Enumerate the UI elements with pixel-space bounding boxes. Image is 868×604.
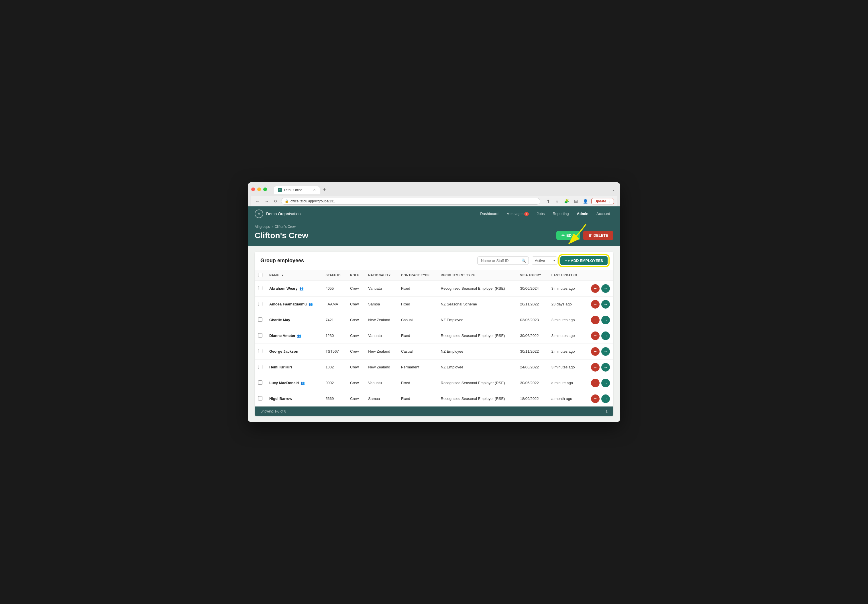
- employees-controls: 🔍 Active Inactive All + + ADD EMPLOYEES: [477, 256, 608, 265]
- row-role: Crew: [347, 281, 365, 296]
- group-icon: 👥: [301, 381, 305, 385]
- view-employee-button[interactable]: →: [601, 332, 610, 340]
- row-staff-id: FAAMA: [322, 296, 347, 312]
- row-last-updated: 23 days ago: [548, 296, 585, 312]
- minimize-btn[interactable]: [257, 187, 261, 191]
- page-number: 1: [606, 409, 608, 413]
- row-checkbox-cell: [255, 359, 266, 375]
- close-btn[interactable]: [251, 187, 255, 191]
- employee-name: Abraham Weary 👥: [269, 286, 319, 290]
- refresh-button[interactable]: ↺: [273, 198, 279, 204]
- window-minimize-icon[interactable]: —: [601, 187, 608, 192]
- row-visa-expiry: 24/06/2022: [517, 359, 548, 375]
- breadcrumb-parent[interactable]: All groups: [255, 225, 270, 229]
- page-title: Clifton's Crew: [255, 231, 308, 240]
- row-action-btns: − →: [588, 316, 610, 324]
- forward-button[interactable]: →: [263, 198, 270, 204]
- select-all-checkbox[interactable]: [258, 273, 262, 277]
- remove-employee-button[interactable]: −: [591, 332, 600, 340]
- table-row: Lucy MacDonald 👥 0002 Crew Vanuatu Fixed…: [255, 375, 613, 391]
- col-staff-id: STAFF ID: [322, 270, 347, 281]
- view-employee-button[interactable]: →: [601, 379, 610, 387]
- row-contract-type: Fixed: [398, 375, 437, 391]
- nav-account[interactable]: Account: [593, 210, 613, 218]
- add-employees-button[interactable]: + + ADD EMPLOYEES: [560, 256, 608, 265]
- remove-employee-button[interactable]: −: [591, 363, 600, 372]
- col-recruitment-type: RECRUITMENT TYPE: [437, 270, 517, 281]
- row-checkbox-4[interactable]: [258, 349, 262, 353]
- maximize-btn[interactable]: [263, 187, 267, 191]
- view-employee-button[interactable]: →: [601, 347, 610, 356]
- view-employee-button[interactable]: →: [601, 394, 610, 403]
- row-nationality: Vanuatu: [365, 281, 398, 296]
- tab-close-icon[interactable]: ✕: [313, 188, 316, 192]
- nav-reporting[interactable]: Reporting: [549, 210, 572, 218]
- view-employee-button[interactable]: →: [601, 363, 610, 372]
- row-name-cell: Charlie May: [266, 312, 322, 328]
- status-select[interactable]: Active Inactive All: [532, 256, 558, 265]
- table-footer: Showing 1-8 of 8 1: [255, 406, 613, 416]
- reader-mode-icon[interactable]: ▤: [572, 198, 580, 204]
- col-role: ROLE: [347, 270, 365, 281]
- row-checkbox-3[interactable]: [258, 333, 262, 337]
- row-recruitment-type: NZ Employee: [437, 312, 517, 328]
- main-content: Group employees 🔍 Active Inactive All: [248, 246, 620, 422]
- nav-dashboard[interactable]: Dashboard: [477, 210, 502, 218]
- row-action-btns: − →: [588, 332, 610, 340]
- remove-employee-button[interactable]: −: [591, 300, 600, 309]
- row-checkbox-0[interactable]: [258, 286, 262, 290]
- search-input[interactable]: [477, 256, 529, 265]
- row-contract-type: Casual: [398, 343, 437, 359]
- row-checkbox-5[interactable]: [258, 365, 262, 369]
- row-last-updated: a month ago: [548, 391, 585, 406]
- remove-employee-button[interactable]: −: [591, 394, 600, 403]
- view-employee-button[interactable]: →: [601, 284, 610, 293]
- row-nationality: New Zealand: [365, 312, 398, 328]
- address-bar[interactable]: 🔒 office.tatou.app/#/groups/131: [281, 198, 540, 205]
- edit-button[interactable]: ✏ EDIT: [556, 231, 580, 240]
- profile-icon[interactable]: 👤: [581, 198, 589, 204]
- update-button[interactable]: Update ⋮: [591, 198, 614, 204]
- row-contract-type: Fixed: [398, 391, 437, 406]
- view-employee-button[interactable]: →: [601, 316, 610, 324]
- row-name-cell: Hemi KiriKiri: [266, 359, 322, 375]
- row-name-cell: Abraham Weary 👥: [266, 281, 322, 296]
- remove-employee-button[interactable]: −: [591, 284, 600, 293]
- share-icon[interactable]: ⬆: [545, 198, 552, 204]
- remove-employee-button[interactable]: −: [591, 379, 600, 387]
- delete-button[interactable]: 🗑 DELETE: [583, 231, 613, 240]
- status-select-wrap: Active Inactive All: [532, 256, 558, 265]
- new-tab-button[interactable]: +: [320, 185, 329, 194]
- row-action-btns: − →: [588, 347, 610, 356]
- search-icon: 🔍: [521, 258, 526, 263]
- nav-admin[interactable]: Admin: [574, 210, 592, 218]
- row-checkbox-cell: [255, 391, 266, 406]
- row-recruitment-type: NZ Seasonal Scheme: [437, 296, 517, 312]
- nav-messages[interactable]: Messages1: [503, 210, 532, 218]
- back-button[interactable]: ←: [254, 198, 261, 204]
- nav-links: Dashboard Messages1 Jobs Reporting Admin…: [477, 210, 613, 218]
- row-checkbox-7[interactable]: [258, 396, 262, 400]
- nav-jobs[interactable]: Jobs: [533, 210, 548, 218]
- row-checkbox-1[interactable]: [258, 302, 262, 306]
- remove-employee-button[interactable]: −: [591, 316, 600, 324]
- row-checkbox-6[interactable]: [258, 380, 262, 385]
- row-last-updated: a minute ago: [548, 375, 585, 391]
- remove-employee-button[interactable]: −: [591, 347, 600, 356]
- row-visa-expiry: 18/09/2022: [517, 391, 548, 406]
- window-expand-icon[interactable]: ⌄: [611, 187, 617, 192]
- row-staff-id: 0002: [322, 375, 347, 391]
- row-staff-id: 5669: [322, 391, 347, 406]
- row-staff-id: 1002: [322, 359, 347, 375]
- row-checkbox-2[interactable]: [258, 317, 262, 322]
- row-actions: − →: [584, 375, 613, 391]
- row-staff-id: 4055: [322, 281, 347, 296]
- row-recruitment-type: Recognised Seasonal Employer (RSE): [437, 391, 517, 406]
- row-action-btns: − →: [588, 379, 610, 387]
- view-employee-button[interactable]: →: [601, 300, 610, 309]
- extensions-icon[interactable]: 🧩: [562, 198, 570, 204]
- active-tab[interactable]: T Tātou Office ✕: [274, 186, 320, 194]
- bookmark-icon[interactable]: ☆: [553, 198, 561, 204]
- row-recruitment-type: NZ Employee: [437, 359, 517, 375]
- row-nationality: New Zealand: [365, 343, 398, 359]
